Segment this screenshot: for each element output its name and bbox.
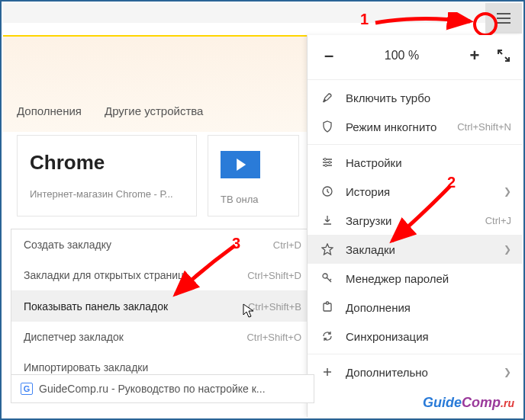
fullscreen-button[interactable] xyxy=(498,50,510,62)
menu-label: Менеджер паролей xyxy=(346,272,449,285)
submenu-show-bookmarks-bar[interactable]: Показывать панель закладок Ctrl+Shift+B xyxy=(11,290,314,322)
menu-label: Дополнительно xyxy=(346,366,428,379)
titlebar xyxy=(3,3,522,23)
zoom-value: 100 % xyxy=(338,49,465,63)
menu-label: Включить турбо xyxy=(346,91,430,104)
zoom-out-button[interactable]: – xyxy=(320,46,338,66)
shortcut: Ctrl+Shift+O xyxy=(246,332,301,343)
submenu-label: Импортировать закладки xyxy=(24,361,148,374)
tile-chrome-title: Chrome xyxy=(30,151,184,175)
submenu-label: Диспетчер закладок xyxy=(24,331,124,343)
window-frame: Дополнения Другие устройства Chrome Инте… xyxy=(0,0,525,420)
menu-label: Загрузки xyxy=(346,214,391,227)
menu-addons[interactable]: Дополнения xyxy=(308,293,522,322)
rocket-icon xyxy=(320,90,335,105)
menu-passwords[interactable]: Менеджер паролей xyxy=(308,264,522,293)
status-text: GuideComp.ru - Руководство по настройке … xyxy=(39,383,266,395)
menu-button[interactable] xyxy=(485,3,522,34)
watermark-part: Comp xyxy=(462,395,501,410)
submenu-label: Закладки для открытых страниц xyxy=(24,269,184,281)
menu-label: История xyxy=(346,185,390,198)
menu-downloads[interactable]: Загрузки Ctrl+J xyxy=(308,206,522,235)
chevron-right-icon: ❯ xyxy=(504,367,511,377)
svg-rect-6 xyxy=(327,302,329,304)
menu-label: Закладки xyxy=(346,243,395,256)
star-icon xyxy=(320,242,335,257)
menu-label: Настройки xyxy=(346,156,402,169)
tab-addons[interactable]: Дополнения xyxy=(17,104,82,117)
menu-label: Дополнения xyxy=(346,301,411,314)
separator xyxy=(308,144,522,145)
play-icon xyxy=(221,151,260,178)
watermark: GuideComp.ru xyxy=(423,395,514,411)
tile-chrome[interactable]: Chrome Интернет-магазин Chrome - Р... xyxy=(17,135,197,216)
puzzle-icon xyxy=(320,300,335,315)
menu-incognito[interactable]: Режим инкогнито Ctrl+Shift+N xyxy=(308,112,522,141)
menu-sync[interactable]: Синхронизация xyxy=(308,322,522,351)
history-icon xyxy=(320,184,335,199)
incognito-icon xyxy=(320,119,335,134)
submenu-label: Показывать панель закладок xyxy=(24,300,168,313)
bookmarks-submenu: Создать закладку Ctrl+D Закладки для отк… xyxy=(11,229,314,383)
submenu-bookmark-open-tabs[interactable]: Закладки для открытых страниц Ctrl+Shift… xyxy=(11,260,314,290)
submenu-bookmark-manager[interactable]: Диспетчер закладок Ctrl+Shift+O xyxy=(11,322,314,352)
chevron-right-icon: ❯ xyxy=(504,244,511,255)
sync-icon xyxy=(320,329,335,344)
shortcut: Ctrl+Shift+N xyxy=(457,121,511,133)
watermark-part: .ru xyxy=(501,397,514,409)
watermark-part: Guide xyxy=(423,395,462,410)
zoom-controls: – 100 % + xyxy=(308,35,522,76)
shortcut: Ctrl+Shift+B xyxy=(248,301,301,313)
svg-point-0 xyxy=(324,159,327,161)
menu-label: Синхронизация xyxy=(346,330,429,343)
site-favicon: G xyxy=(21,383,33,395)
speed-dial-tabs: Дополнения Другие устройства xyxy=(17,104,203,117)
tab-devices[interactable]: Другие устройства xyxy=(105,104,203,117)
sliders-icon xyxy=(320,155,335,170)
chevron-right-icon: ❯ xyxy=(504,186,511,197)
submenu-label: Создать закладку xyxy=(24,239,111,251)
download-icon xyxy=(320,213,335,228)
menu-history[interactable]: История ❯ xyxy=(308,177,522,206)
menu-turbo[interactable]: Включить турбо xyxy=(308,83,522,112)
menu-settings[interactable]: Настройки xyxy=(308,148,522,177)
status-bar[interactable]: G GuideComp.ru - Руководство по настройк… xyxy=(11,374,314,403)
zoom-in-button[interactable]: + xyxy=(465,46,484,66)
main-menu: – 100 % + Включить турбо Режим инкогнито… xyxy=(307,35,522,417)
separator xyxy=(308,354,522,354)
menu-more[interactable]: Дополнительно ❯ xyxy=(308,357,522,386)
svg-point-1 xyxy=(329,162,331,164)
menu-bookmarks[interactable]: Закладки ❯ xyxy=(308,235,522,264)
submenu-create-bookmark[interactable]: Создать закладку Ctrl+D xyxy=(11,229,314,260)
key-icon xyxy=(320,271,335,286)
plus-icon xyxy=(320,364,335,380)
shortcut: Ctrl+J xyxy=(485,215,511,226)
shortcut: Ctrl+Shift+D xyxy=(247,270,301,281)
tile-chrome-sub: Интернет-магазин Chrome - Р... xyxy=(30,188,184,200)
tile-tv[interactable]: ТВ онла xyxy=(208,135,299,216)
svg-point-2 xyxy=(325,165,327,167)
separator xyxy=(308,79,522,80)
menu-label: Режим инкогнито xyxy=(346,120,436,133)
tile-tv-title: ТВ онла xyxy=(221,194,286,205)
shortcut: Ctrl+D xyxy=(273,239,301,251)
speed-dial-tiles: Chrome Интернет-магазин Chrome - Р... ТВ… xyxy=(17,135,299,216)
